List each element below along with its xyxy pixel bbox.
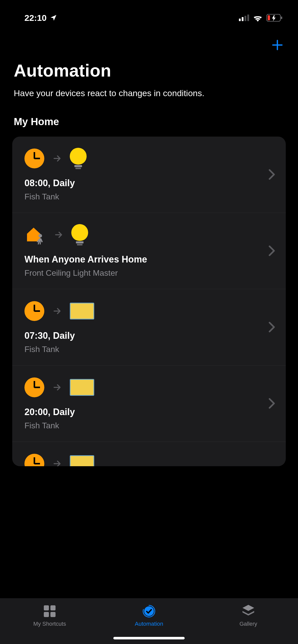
automation-row[interactable]: 07:30, Daily Fish Tank <box>12 289 286 365</box>
automation-icon <box>142 604 156 618</box>
svg-point-7 <box>38 234 42 238</box>
automation-icons <box>24 222 274 247</box>
status-bar: 22:10 <box>0 0 298 28</box>
svg-rect-6 <box>268 15 270 20</box>
clock-icon <box>24 377 44 397</box>
shortcuts-icon <box>43 604 57 618</box>
svg-rect-10 <box>44 612 49 617</box>
arrow-right-icon <box>52 153 62 164</box>
automation-title: 08:00, Daily <box>24 178 274 188</box>
gallery-icon <box>241 604 256 618</box>
bulb-icon <box>71 224 88 245</box>
tab-label: My Shortcuts <box>33 621 66 627</box>
clock-icon <box>24 149 44 168</box>
automation-row[interactable]: 20:00, Daily Fish Tank <box>12 365 286 442</box>
tab-shortcuts[interactable]: My Shortcuts <box>0 598 99 644</box>
tab-label: Automation <box>135 621 163 627</box>
tab-label: Gallery <box>239 621 257 627</box>
svg-point-12 <box>144 606 154 616</box>
automation-subtitle: Fish Tank <box>24 345 274 354</box>
section-title: My Home <box>14 116 284 127</box>
svg-rect-3 <box>247 14 249 21</box>
page-subtitle: Have your devices react to changes in co… <box>14 87 284 99</box>
clock-icon <box>24 301 44 321</box>
tank-icon <box>70 303 94 319</box>
automation-icons <box>24 298 274 324</box>
clock-icon <box>24 454 44 466</box>
status-right <box>239 14 283 22</box>
automation-title: When Anyone Arrives Home <box>24 254 274 265</box>
automation-title: 07:30, Daily <box>24 330 274 341</box>
automation-subtitle: Fish Tank <box>24 192 274 201</box>
arrow-right-icon <box>53 230 64 240</box>
chevron-right-icon <box>268 169 276 180</box>
svg-rect-2 <box>245 16 246 21</box>
automation-title: 20:00, Daily <box>24 407 274 417</box>
automation-subtitle: Front Ceiling Light Master <box>24 268 274 278</box>
wifi-icon <box>253 14 263 22</box>
cellular-icon <box>239 14 249 21</box>
arrow-right-icon <box>52 382 62 392</box>
tank-icon <box>70 455 94 466</box>
bulb-icon <box>70 148 87 169</box>
svg-rect-11 <box>50 612 56 617</box>
tab-bar: My Shortcuts Automation Gallery <box>0 598 298 644</box>
automation-icons <box>24 451 274 466</box>
svg-rect-9 <box>50 605 56 610</box>
status-left: 22:10 <box>24 13 57 23</box>
svg-rect-0 <box>239 19 241 21</box>
chevron-right-icon <box>268 321 276 333</box>
automation-list: 08:00, Daily Fish Tank When Anyone Arriv… <box>12 137 286 466</box>
home-indicator[interactable] <box>113 637 185 639</box>
chevron-right-icon <box>268 245 276 256</box>
status-time: 22:10 <box>24 13 47 23</box>
header: Automation Have your devices react to ch… <box>0 58 298 127</box>
chevron-right-icon <box>268 398 276 409</box>
home-arrive-icon <box>24 224 46 245</box>
page-title: Automation <box>14 61 284 80</box>
automation-icons <box>24 146 274 171</box>
tank-icon <box>70 379 94 396</box>
automation-row[interactable]: When Anyone Arrives Home Front Ceiling L… <box>12 213 286 289</box>
tab-gallery[interactable]: Gallery <box>199 598 298 644</box>
svg-rect-5 <box>281 17 282 19</box>
add-button[interactable] <box>270 38 284 53</box>
nav-bar <box>0 28 298 58</box>
arrow-right-icon <box>52 459 62 466</box>
automation-row[interactable] <box>12 442 286 466</box>
automation-icons <box>24 375 274 400</box>
arrow-right-icon <box>52 306 62 316</box>
automation-subtitle: Fish Tank <box>24 421 274 430</box>
svg-rect-1 <box>242 17 243 21</box>
svg-rect-8 <box>44 605 49 610</box>
automation-row[interactable]: 08:00, Daily Fish Tank <box>12 137 286 213</box>
plus-icon <box>270 38 284 52</box>
battery-icon <box>266 14 283 22</box>
location-icon <box>50 14 57 22</box>
